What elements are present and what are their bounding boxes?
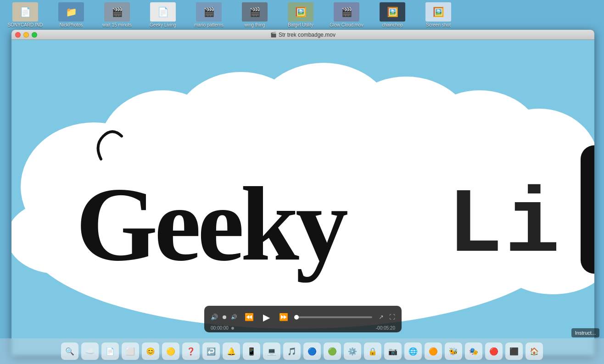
icon-label-wait15: wait 15 minuts [102, 22, 132, 28]
dock-icon-0[interactable]: 🔍 [61, 342, 78, 360]
desktop-icon-wing[interactable]: 🎬 wing thing [234, 0, 275, 29]
play-button[interactable]: ▶ [260, 311, 273, 324]
time-remaining: -00:05:20 [376, 325, 395, 331]
icon-thumb-sonycard: 📄 [12, 2, 38, 22]
desktop-icon-wait15[interactable]: 🎬 wait 15 minuts [96, 0, 138, 29]
share-button[interactable]: ↗ [378, 313, 385, 321]
dock-icon-23[interactable]: 🏠 [526, 342, 543, 360]
instruct-button[interactable]: Instruct... [571, 328, 599, 337]
icon-thumb-wait15: 🎬 [104, 2, 130, 22]
video-content: Geeky Li 🔊 [11, 40, 594, 355]
progress-thumb [294, 315, 299, 320]
desktop-icon-mario[interactable]: 🎬 mario patterns [188, 0, 229, 29]
controls-top: 🔊 🔊 ⏪ ▶ ⏩ [210, 309, 396, 325]
title-icon: 🎬 [270, 32, 277, 38]
dock-icon-6[interactable]: ❓ [182, 342, 200, 360]
icon-thumb-wing: 🎬 [242, 2, 268, 22]
dock-icon-12[interactable]: 🔵 [303, 342, 321, 360]
icon-label-sonycard: SONYCARD.IND [8, 22, 43, 28]
dock-icon-20[interactable]: 🎭 [465, 342, 482, 360]
window-titlebar: 🎬 Str trek combadge.mov [11, 30, 594, 40]
svg-text:Li: Li [447, 174, 562, 278]
dock-icon-18[interactable]: 🟠 [425, 342, 442, 360]
dock-icon-2[interactable]: 📄 [101, 342, 119, 360]
dock-icon-8[interactable]: 🔔 [223, 342, 240, 360]
window-buttons [15, 32, 37, 38]
desktop-icon-nickphotos[interactable]: 📁 NickPhotos [50, 0, 92, 29]
time-current: 00:00:00 [211, 325, 234, 331]
desktop-icon-sonycard[interactable]: 📄 SONYCARD.IND [5, 0, 46, 29]
top-icon-bar: 📄 SONYCARD.IND 📁 NickPhotos 🎬 wait 15 mi… [0, 0, 604, 29]
desktop-icon-chainchop[interactable]: 🖼️ chainchop [372, 0, 413, 29]
dock-icon-4[interactable]: 😊 [142, 342, 159, 360]
svg-rect-15 [581, 145, 594, 274]
rewind-button[interactable]: ⏪ [242, 312, 257, 322]
icon-thumb-batgirl: 🖼️ [288, 2, 313, 22]
icon-thumb-nickphotos: 📁 [58, 2, 84, 22]
dock-icon-11[interactable]: 🎵 [283, 342, 301, 360]
dock-icon-10[interactable]: 💻 [263, 342, 280, 360]
icon-thumb-glowcloud: 🎬 [334, 2, 359, 22]
desktop-icon-glowcloud[interactable]: 🎬 Glow Cloud.mov [326, 0, 367, 29]
dock-icon-17[interactable]: 🌐 [404, 342, 422, 360]
current-time-text: 00:00:00 [211, 325, 229, 331]
icon-thumb-screenshot: 🖼️ [425, 2, 451, 22]
desktop-icon-batgirl[interactable]: 🖼️ Batgirl Utility [280, 0, 321, 29]
volume-button[interactable]: 🔊 [210, 313, 219, 321]
dock-icon-15[interactable]: 🔒 [364, 342, 381, 360]
desktop-icon-geeky[interactable]: 📄 Geeky Living [142, 0, 184, 29]
progress-bar[interactable] [296, 316, 372, 318]
dock-icon-16[interactable]: 📷 [384, 342, 402, 360]
dock-icon-14[interactable]: ⚙️ [344, 342, 361, 360]
icon-label-geeky: Geeky Living [150, 22, 176, 28]
dock-area: 🔍☁️📄⬜😊🟡❓↩️🔔📱💻🎵🔵🟢⚙️🔒📷🌐🟠🐝🎭🔴⬛🏠 [0, 338, 604, 364]
dock-icon-22[interactable]: ⬛ [505, 342, 523, 360]
dock-icon-21[interactable]: 🔴 [485, 342, 503, 360]
fullscreen-button[interactable]: ⛶ [388, 313, 396, 321]
dock-icon-9[interactable]: 📱 [243, 342, 260, 360]
icon-label-batgirl: Batgirl Utility [288, 22, 313, 28]
maximize-button[interactable] [32, 32, 37, 38]
fastforward-button[interactable]: ⏩ [276, 312, 291, 322]
controls-bottom: 00:00:00 -00:05:20 [210, 325, 396, 331]
desktop-icon-screenshot[interactable]: 🖼️ Screen shot [418, 0, 459, 29]
icon-label-wing: wing thing [244, 22, 265, 28]
dock-icon-1[interactable]: ☁️ [81, 342, 99, 360]
icon-thumb-chainchop: 🖼️ [380, 2, 405, 22]
icon-label-chainchop: chainchop [382, 22, 403, 28]
icon-label-nickphotos: NickPhotos [60, 22, 83, 28]
icon-label-screenshot: Screen shot [426, 22, 450, 28]
window-title: 🎬 Str trek combadge.mov [270, 32, 336, 38]
video-window: 🎬 Str trek combadge.mov [11, 30, 594, 355]
close-button[interactable] [15, 32, 21, 38]
time-dot [231, 327, 234, 330]
svg-text:Geeky: Geeky [76, 166, 347, 283]
dock-icon-19[interactable]: 🐝 [445, 342, 462, 360]
volume-up-button[interactable]: 🔊 [230, 313, 238, 321]
icon-thumb-geeky: 📄 [150, 2, 176, 22]
icon-thumb-mario: 🎬 [196, 2, 222, 22]
icon-label-glowcloud: Glow Cloud.mov [330, 22, 363, 28]
dock-icon-5[interactable]: 🟡 [162, 342, 179, 360]
dock-icon-3[interactable]: ⬜ [122, 342, 139, 360]
minimize-button[interactable] [23, 32, 29, 38]
icon-label-mario: mario patterns [194, 22, 224, 28]
video-controls: 🔊 🔊 ⏪ ▶ ⏩ [204, 306, 402, 332]
title-text: Str trek combadge.mov [279, 32, 336, 38]
volume-indicator [223, 315, 226, 319]
dock-icon-7[interactable]: ↩️ [202, 342, 220, 360]
desktop: 📄 SONYCARD.IND 📁 NickPhotos 🎬 wait 15 mi… [0, 0, 604, 364]
dock-icon-13[interactable]: 🟢 [324, 342, 341, 360]
